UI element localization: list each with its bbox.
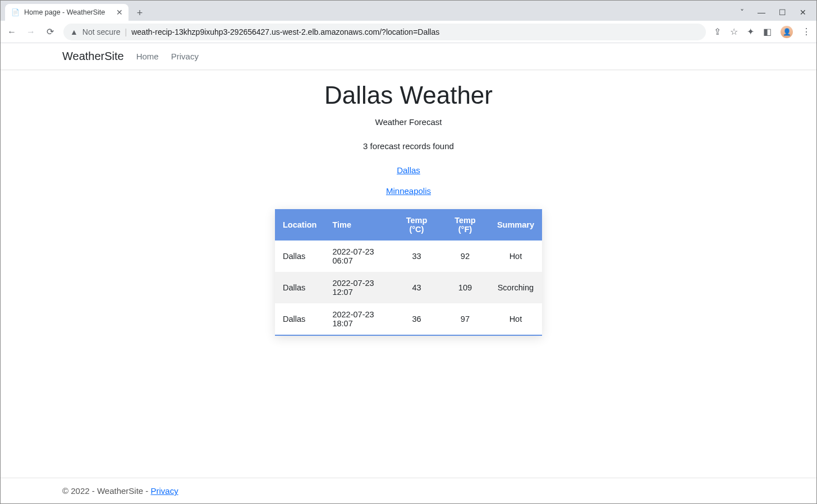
th-temp-c: Temp (°C) bbox=[392, 209, 441, 241]
table-row: Dallas 2022-07-23 12:07 43 109 Scorching bbox=[275, 272, 542, 303]
address-bar[interactable]: ▲ Not secure | weath-recip-13khzp9ixuhp3… bbox=[63, 24, 706, 40]
nav-privacy[interactable]: Privacy bbox=[171, 52, 199, 61]
footer: © 2022 - WeatherSite - Privacy bbox=[1, 478, 816, 503]
brand[interactable]: WeatherSite bbox=[62, 50, 124, 63]
share-icon[interactable]: ⇪ bbox=[714, 26, 721, 37]
nav-home[interactable]: Home bbox=[136, 52, 159, 61]
back-icon[interactable]: ← bbox=[6, 27, 17, 37]
toolbar-right: ⇪ ☆ ✦ ◧ 👤 ⋮ bbox=[714, 26, 811, 38]
window-controls: ˅ — ☐ ✕ bbox=[740, 4, 816, 21]
menu-icon[interactable]: ⋮ bbox=[802, 26, 811, 37]
site-header: WeatherSite Home Privacy bbox=[1, 43, 816, 70]
browser-chrome: 📄 Home page - WeatherSite ✕ + ˅ — ☐ ✕ ← … bbox=[1, 1, 816, 43]
new-tab-button[interactable]: + bbox=[132, 5, 148, 21]
favicon-icon: 📄 bbox=[11, 8, 20, 17]
th-summary: Summary bbox=[489, 209, 542, 241]
not-secure-label: Not secure bbox=[82, 27, 121, 36]
table-row: Dallas 2022-07-23 06:07 33 92 Hot bbox=[275, 241, 542, 272]
th-temp-f: Temp (°F) bbox=[441, 209, 489, 241]
footer-privacy-link[interactable]: Privacy bbox=[151, 486, 178, 496]
browser-tab[interactable]: 📄 Home page - WeatherSite ✕ bbox=[5, 4, 128, 21]
close-icon[interactable]: ✕ bbox=[116, 8, 123, 17]
warning-icon: ▲ bbox=[70, 27, 78, 36]
content: Dallas Weather Weather Forecast 3 foreca… bbox=[1, 70, 816, 478]
extensions-icon[interactable]: ✦ bbox=[747, 26, 754, 37]
location-link-minneapolis[interactable]: Minneapolis bbox=[386, 186, 431, 196]
table-row: Dallas 2022-07-23 18:07 36 97 Hot bbox=[275, 303, 542, 335]
location-link-dallas[interactable]: Dallas bbox=[397, 165, 420, 175]
tab-strip: 📄 Home page - WeatherSite ✕ + ˅ — ☐ ✕ bbox=[1, 1, 816, 21]
maximize-icon[interactable]: ☐ bbox=[779, 8, 786, 17]
forward-icon[interactable]: → bbox=[25, 27, 36, 37]
table-header-row: Location Time Temp (°C) Temp (°F) Summar… bbox=[275, 209, 542, 241]
minimize-icon[interactable]: — bbox=[758, 8, 765, 17]
footer-text: © 2022 - WeatherSite - bbox=[62, 486, 151, 496]
close-window-icon[interactable]: ✕ bbox=[800, 8, 806, 17]
side-panel-icon[interactable]: ◧ bbox=[763, 26, 772, 37]
page-subtitle: Weather Forecast bbox=[375, 117, 442, 127]
page-title: Dallas Weather bbox=[324, 81, 493, 109]
reload-icon[interactable]: ⟳ bbox=[44, 26, 56, 37]
records-found: 3 forecast records found bbox=[363, 141, 454, 151]
browser-toolbar: ← → ⟳ ▲ Not secure | weath-recip-13khzp9… bbox=[1, 21, 816, 43]
star-icon[interactable]: ☆ bbox=[730, 26, 738, 37]
page: WeatherSite Home Privacy Dallas Weather … bbox=[1, 43, 816, 503]
avatar[interactable]: 👤 bbox=[781, 26, 793, 38]
chevron-down-icon[interactable]: ˅ bbox=[740, 8, 744, 17]
tab-title: Home page - WeatherSite bbox=[24, 8, 112, 16]
forecast-table: Location Time Temp (°C) Temp (°F) Summar… bbox=[275, 209, 542, 336]
url-text: weath-recip-13khzp9ixuhp3-292656427.us-w… bbox=[131, 27, 699, 36]
th-location: Location bbox=[275, 209, 324, 241]
th-time: Time bbox=[324, 209, 392, 241]
